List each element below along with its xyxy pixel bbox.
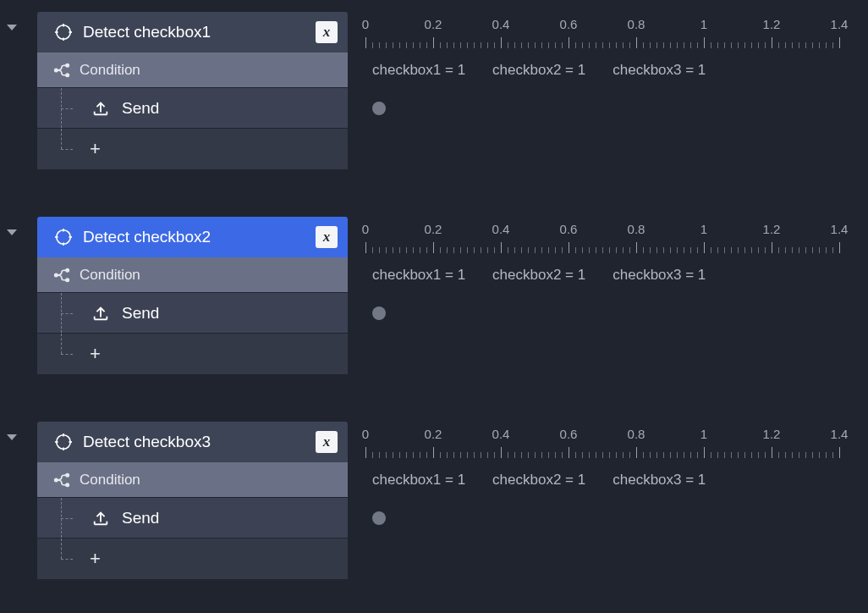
ruler-subtick [562,42,563,48]
ruler-subtick [379,247,380,253]
condition-row[interactable]: Condition [37,462,348,498]
ruler-subtick [792,452,793,458]
ruler-subtick [778,247,779,253]
ruler-tick-label: 0.4 [492,427,510,441]
ruler-subtick [629,247,630,253]
timeline-ruler[interactable]: 00.20.40.60.811.21.4 [360,422,868,462]
ruler-tick [636,447,637,458]
send-row[interactable]: Send [37,498,348,538]
ruler-tick-label: 1 [700,222,707,236]
ruler-subtick [474,452,475,458]
send-icon [90,97,112,119]
keyframe-dot[interactable] [372,511,386,525]
timeline-ruler[interactable]: 00.20.40.60.811.21.4 [360,12,868,52]
ruler-tick-label: 1.2 [763,17,781,31]
add-row[interactable]: + [37,129,348,169]
variable-badge[interactable]: x [316,226,338,248]
ruler-subtick [379,42,380,48]
ruler-subtick [494,42,495,48]
ruler-subtick [440,42,441,48]
ruler-subtick [684,452,684,458]
ruler-subtick [697,42,698,48]
ruler-subtick [677,42,678,48]
variable-badge[interactable]: x [316,431,338,453]
ruler-subtick [596,247,596,253]
ruler-subtick [724,452,725,458]
ruler-subtick [521,42,522,48]
ruler-subtick [656,247,657,253]
ruler-subtick [386,247,387,253]
condition-row[interactable]: Condition [37,52,348,88]
ruler-subtick [460,452,461,458]
keyframe-dot[interactable] [372,102,386,115]
ruler-subtick [819,247,820,253]
ruler-subtick [643,247,644,253]
ruler-subtick [481,42,481,48]
ruler-subtick [528,42,529,48]
ruler-tick-label: 0.2 [425,222,442,236]
ruler-subtick [589,452,590,458]
add-icon: + [90,343,101,365]
send-row[interactable]: Send [37,293,348,334]
condition-value: checkbox1 = 1 [372,472,465,489]
collapse-toggle-icon[interactable] [7,434,17,440]
ruler-subtick [602,247,603,253]
collapse-toggle-icon[interactable] [7,229,17,235]
ruler-tick-label: 0 [362,427,369,441]
ruler-subtick [372,452,373,458]
timeline-ruler[interactable]: 00.20.40.60.811.21.4 [360,217,868,257]
ruler-subtick [548,247,549,253]
keyframe-row[interactable] [360,498,868,538]
condition-label: Condition [80,267,140,284]
ruler-tick [839,447,840,458]
ruler-tick [433,242,434,253]
ruler-subtick [684,42,684,48]
add-row[interactable]: + [37,334,348,374]
add-row[interactable]: + [37,538,348,579]
send-icon [90,507,112,529]
svg-point-30 [66,473,69,476]
keyframe-row[interactable] [360,88,868,129]
track-header[interactable]: Detect checkbox3 x [37,422,348,462]
ruler-tick-label: 0.6 [560,427,578,441]
ruler-subtick [697,247,698,253]
ruler-tick-label: 1.2 [763,427,781,441]
ruler-subtick [711,247,711,253]
ruler-subtick [508,452,508,458]
add-icon: + [90,138,101,160]
ruler-subtick [792,247,793,253]
ruler-subtick [399,247,400,253]
ruler-subtick [602,42,603,48]
ruler-subtick [447,452,448,458]
ruler-subtick [690,452,691,458]
keyframe-row[interactable] [360,293,868,334]
ruler-subtick [670,247,671,253]
track-header[interactable]: Detect checkbox1 x [37,12,348,52]
ruler-subtick [413,247,414,253]
keyframe-dot[interactable] [372,306,386,320]
ruler-subtick [420,42,420,48]
ruler-subtick [602,452,603,458]
ruler-tick [839,37,840,48]
ruler-subtick [494,452,495,458]
ruler-subtick [758,247,759,253]
branch-icon [52,471,71,489]
ruler-subtick [487,42,488,48]
ruler-subtick [731,452,732,458]
ruler-subtick [792,42,793,48]
ruler-subtick [623,247,624,253]
track-panel: Detect checkbox2 x Condition Send + [37,217,348,374]
track-header[interactable]: Detect checkbox2 x [37,217,348,257]
send-row[interactable]: Send [37,88,348,129]
ruler-subtick [805,42,806,48]
variable-badge[interactable]: x [316,21,338,43]
ruler-subtick [677,452,678,458]
ruler-subtick [785,452,786,458]
condition-row[interactable]: Condition [37,257,348,293]
ruler-subtick [670,452,671,458]
ruler-subtick [717,247,718,253]
svg-point-7 [66,74,69,76]
collapse-toggle-icon[interactable] [7,25,17,30]
ruler-tick [704,242,705,253]
ruler-subtick [805,452,806,458]
